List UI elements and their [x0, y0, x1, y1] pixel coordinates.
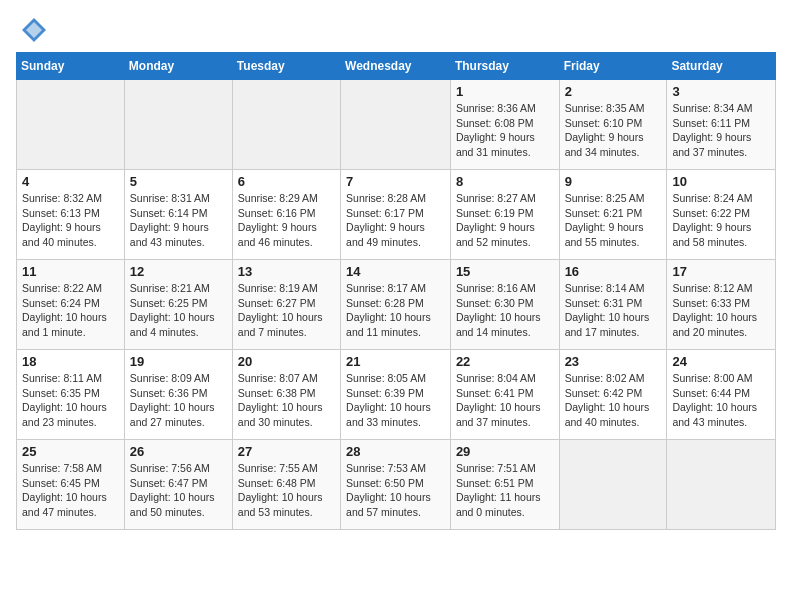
- calendar-cell: 18Sunrise: 8:11 AM Sunset: 6:35 PM Dayli…: [17, 350, 125, 440]
- calendar-cell: 23Sunrise: 8:02 AM Sunset: 6:42 PM Dayli…: [559, 350, 667, 440]
- day-info: Sunrise: 8:36 AM Sunset: 6:08 PM Dayligh…: [456, 101, 554, 160]
- day-number: 12: [130, 264, 227, 279]
- calendar-cell: 6Sunrise: 8:29 AM Sunset: 6:16 PM Daylig…: [232, 170, 340, 260]
- calendar-week-row: 18Sunrise: 8:11 AM Sunset: 6:35 PM Dayli…: [17, 350, 776, 440]
- day-number: 26: [130, 444, 227, 459]
- calendar-cell: [232, 80, 340, 170]
- day-number: 25: [22, 444, 119, 459]
- calendar-cell: 12Sunrise: 8:21 AM Sunset: 6:25 PM Dayli…: [124, 260, 232, 350]
- calendar-cell: [124, 80, 232, 170]
- day-info: Sunrise: 8:29 AM Sunset: 6:16 PM Dayligh…: [238, 191, 335, 250]
- calendar-cell: 11Sunrise: 8:22 AM Sunset: 6:24 PM Dayli…: [17, 260, 125, 350]
- calendar-cell: 14Sunrise: 8:17 AM Sunset: 6:28 PM Dayli…: [341, 260, 451, 350]
- day-number: 27: [238, 444, 335, 459]
- calendar-cell: 27Sunrise: 7:55 AM Sunset: 6:48 PM Dayli…: [232, 440, 340, 530]
- day-info: Sunrise: 8:07 AM Sunset: 6:38 PM Dayligh…: [238, 371, 335, 430]
- calendar-cell: [559, 440, 667, 530]
- day-number: 15: [456, 264, 554, 279]
- calendar-cell: 10Sunrise: 8:24 AM Sunset: 6:22 PM Dayli…: [667, 170, 776, 260]
- calendar-week-row: 11Sunrise: 8:22 AM Sunset: 6:24 PM Dayli…: [17, 260, 776, 350]
- day-info: Sunrise: 8:24 AM Sunset: 6:22 PM Dayligh…: [672, 191, 770, 250]
- calendar-cell: 13Sunrise: 8:19 AM Sunset: 6:27 PM Dayli…: [232, 260, 340, 350]
- logo-icon: [20, 16, 48, 44]
- day-info: Sunrise: 8:04 AM Sunset: 6:41 PM Dayligh…: [456, 371, 554, 430]
- day-number: 14: [346, 264, 445, 279]
- calendar-cell: 4Sunrise: 8:32 AM Sunset: 6:13 PM Daylig…: [17, 170, 125, 260]
- calendar-cell: 9Sunrise: 8:25 AM Sunset: 6:21 PM Daylig…: [559, 170, 667, 260]
- day-number: 17: [672, 264, 770, 279]
- calendar-week-row: 25Sunrise: 7:58 AM Sunset: 6:45 PM Dayli…: [17, 440, 776, 530]
- day-info: Sunrise: 8:28 AM Sunset: 6:17 PM Dayligh…: [346, 191, 445, 250]
- day-header: Saturday: [667, 53, 776, 80]
- day-info: Sunrise: 8:32 AM Sunset: 6:13 PM Dayligh…: [22, 191, 119, 250]
- calendar-cell: 28Sunrise: 7:53 AM Sunset: 6:50 PM Dayli…: [341, 440, 451, 530]
- calendar-cell: [341, 80, 451, 170]
- calendar-cell: 8Sunrise: 8:27 AM Sunset: 6:19 PM Daylig…: [450, 170, 559, 260]
- calendar-cell: 26Sunrise: 7:56 AM Sunset: 6:47 PM Dayli…: [124, 440, 232, 530]
- calendar-cell: 5Sunrise: 8:31 AM Sunset: 6:14 PM Daylig…: [124, 170, 232, 260]
- day-number: 1: [456, 84, 554, 99]
- day-number: 23: [565, 354, 662, 369]
- day-info: Sunrise: 8:34 AM Sunset: 6:11 PM Dayligh…: [672, 101, 770, 160]
- calendar-cell: 25Sunrise: 7:58 AM Sunset: 6:45 PM Dayli…: [17, 440, 125, 530]
- day-number: 24: [672, 354, 770, 369]
- day-number: 6: [238, 174, 335, 189]
- calendar-cell: 16Sunrise: 8:14 AM Sunset: 6:31 PM Dayli…: [559, 260, 667, 350]
- day-info: Sunrise: 7:51 AM Sunset: 6:51 PM Dayligh…: [456, 461, 554, 520]
- day-number: 22: [456, 354, 554, 369]
- day-header: Friday: [559, 53, 667, 80]
- calendar-table: SundayMondayTuesdayWednesdayThursdayFrid…: [16, 52, 776, 530]
- day-info: Sunrise: 8:00 AM Sunset: 6:44 PM Dayligh…: [672, 371, 770, 430]
- day-number: 16: [565, 264, 662, 279]
- day-info: Sunrise: 8:35 AM Sunset: 6:10 PM Dayligh…: [565, 101, 662, 160]
- day-header: Sunday: [17, 53, 125, 80]
- day-info: Sunrise: 8:17 AM Sunset: 6:28 PM Dayligh…: [346, 281, 445, 340]
- calendar-cell: 19Sunrise: 8:09 AM Sunset: 6:36 PM Dayli…: [124, 350, 232, 440]
- day-header: Thursday: [450, 53, 559, 80]
- calendar-cell: 17Sunrise: 8:12 AM Sunset: 6:33 PM Dayli…: [667, 260, 776, 350]
- calendar-cell: [667, 440, 776, 530]
- calendar-cell: [17, 80, 125, 170]
- day-number: 4: [22, 174, 119, 189]
- logo: [16, 16, 48, 44]
- calendar-cell: 22Sunrise: 8:04 AM Sunset: 6:41 PM Dayli…: [450, 350, 559, 440]
- calendar-cell: 15Sunrise: 8:16 AM Sunset: 6:30 PM Dayli…: [450, 260, 559, 350]
- day-number: 29: [456, 444, 554, 459]
- page-header: [16, 16, 776, 44]
- day-number: 10: [672, 174, 770, 189]
- day-info: Sunrise: 8:22 AM Sunset: 6:24 PM Dayligh…: [22, 281, 119, 340]
- calendar-body: 1Sunrise: 8:36 AM Sunset: 6:08 PM Daylig…: [17, 80, 776, 530]
- calendar-cell: 1Sunrise: 8:36 AM Sunset: 6:08 PM Daylig…: [450, 80, 559, 170]
- day-number: 11: [22, 264, 119, 279]
- calendar-cell: 29Sunrise: 7:51 AM Sunset: 6:51 PM Dayli…: [450, 440, 559, 530]
- day-header: Wednesday: [341, 53, 451, 80]
- day-number: 9: [565, 174, 662, 189]
- calendar-cell: 20Sunrise: 8:07 AM Sunset: 6:38 PM Dayli…: [232, 350, 340, 440]
- day-info: Sunrise: 8:12 AM Sunset: 6:33 PM Dayligh…: [672, 281, 770, 340]
- day-number: 8: [456, 174, 554, 189]
- day-number: 5: [130, 174, 227, 189]
- day-info: Sunrise: 8:11 AM Sunset: 6:35 PM Dayligh…: [22, 371, 119, 430]
- day-info: Sunrise: 8:19 AM Sunset: 6:27 PM Dayligh…: [238, 281, 335, 340]
- day-info: Sunrise: 8:05 AM Sunset: 6:39 PM Dayligh…: [346, 371, 445, 430]
- calendar-week-row: 4Sunrise: 8:32 AM Sunset: 6:13 PM Daylig…: [17, 170, 776, 260]
- day-number: 3: [672, 84, 770, 99]
- day-info: Sunrise: 7:53 AM Sunset: 6:50 PM Dayligh…: [346, 461, 445, 520]
- day-info: Sunrise: 8:27 AM Sunset: 6:19 PM Dayligh…: [456, 191, 554, 250]
- day-header: Tuesday: [232, 53, 340, 80]
- day-header: Monday: [124, 53, 232, 80]
- calendar-cell: 21Sunrise: 8:05 AM Sunset: 6:39 PM Dayli…: [341, 350, 451, 440]
- day-info: Sunrise: 8:02 AM Sunset: 6:42 PM Dayligh…: [565, 371, 662, 430]
- day-number: 28: [346, 444, 445, 459]
- day-info: Sunrise: 8:09 AM Sunset: 6:36 PM Dayligh…: [130, 371, 227, 430]
- calendar-week-row: 1Sunrise: 8:36 AM Sunset: 6:08 PM Daylig…: [17, 80, 776, 170]
- day-number: 18: [22, 354, 119, 369]
- day-number: 20: [238, 354, 335, 369]
- calendar-cell: 2Sunrise: 8:35 AM Sunset: 6:10 PM Daylig…: [559, 80, 667, 170]
- calendar-header: SundayMondayTuesdayWednesdayThursdayFrid…: [17, 53, 776, 80]
- day-info: Sunrise: 8:16 AM Sunset: 6:30 PM Dayligh…: [456, 281, 554, 340]
- day-info: Sunrise: 8:31 AM Sunset: 6:14 PM Dayligh…: [130, 191, 227, 250]
- day-number: 21: [346, 354, 445, 369]
- day-info: Sunrise: 8:14 AM Sunset: 6:31 PM Dayligh…: [565, 281, 662, 340]
- day-info: Sunrise: 8:21 AM Sunset: 6:25 PM Dayligh…: [130, 281, 227, 340]
